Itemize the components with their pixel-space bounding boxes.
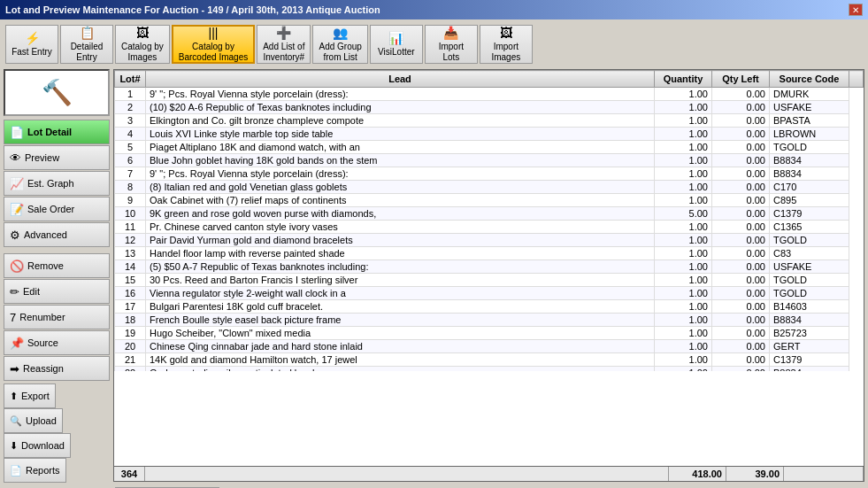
download-label: Download [21,440,65,451]
table-row[interactable]: 8 (8) Italian red and gold Venetian glas… [115,181,864,194]
table-row[interactable]: 12 Pair David Yurman gold and diamond br… [115,234,864,247]
add-group-toolbar-button[interactable]: 👥Add Groupfrom List [312,25,367,64]
cell-lead: Pair David Yurman gold and diamond brace… [146,234,655,247]
source-action-button[interactable]: 📌Source [4,330,110,355]
sale-order-icon: 📝 [10,203,24,216]
right-panel: Lot# Lead Quantity Qty Left Source Code … [113,69,864,488]
cell-lot: 1 [115,88,146,101]
catalog-barcoded-toolbar-button[interactable]: |||Catalog byBarcoded Images [172,25,255,64]
cell-qtyleft: 0.00 [712,287,770,300]
cell-lead: Chinese Qing cinnabar jade and hard ston… [146,340,655,353]
table-row[interactable]: 17 Bulgari Parentesi 18K gold cuff brace… [115,300,864,314]
table-row[interactable]: 20 Chinese Qing cinnabar jade and hard s… [115,340,864,353]
reassign-label: Reassign [23,363,64,374]
cell-qtyleft: 0.00 [712,194,770,207]
preview-label: Preview [25,152,59,163]
table-row[interactable]: 10 9K green and rose gold woven purse wi… [115,207,864,221]
cell-lot: 2 [115,101,146,114]
cell-qty: 1.00 [655,327,712,340]
cell-source: GERT [770,340,849,353]
cell-lead: 30 Pcs. Reed and Barton Francis I sterli… [146,274,655,287]
col-header-qtyleft: Qty Left [712,71,770,88]
cell-source: BPASTA [770,114,849,128]
table-row[interactable]: 5 Piaget Altiplano 18K and diamond watch… [115,141,864,154]
upload-bottom-button[interactable]: 🔍Upload [4,408,63,433]
renumber-label: Renumber [19,312,65,322]
import-lots-toolbar-button[interactable]: 📥ImportLots [425,25,478,64]
cell-lot: 7 [115,167,146,181]
table-row[interactable]: 13 Handel floor lamp with reverse painte… [115,247,864,260]
preview-nav-button[interactable]: 👁Preview [4,145,110,170]
cell-source: TGOLD [770,287,849,300]
remove-action-button[interactable]: 🚫Remove [4,253,110,278]
download-bottom-button[interactable]: ⬇Download [4,433,71,458]
cell-source: TGOLD [770,274,849,287]
cell-qty: 1.00 [655,101,712,114]
cell-lead: (5) $50 A-7 Republic of Texas banknotes … [146,260,655,274]
table-row[interactable]: 11 Pr. Chinese carved canton style ivory… [115,221,864,234]
table-row[interactable]: 21 14K gold and diamond Hamilton watch, … [115,353,864,367]
table-row[interactable]: 9 Oak Cabinet with (7) relief maps of co… [115,194,864,207]
cell-source: C1379 [770,207,849,221]
export-bottom-button[interactable]: ⬆Export [4,383,56,408]
detailed-entry-toolbar-button[interactable]: 📋DetailedEntry [60,25,113,64]
cell-qtyleft: 0.00 [712,234,770,247]
table-row[interactable]: 19 Hugo Scheiber, "Clown" mixed media 1.… [115,327,864,340]
advanced-nav-button[interactable]: ⚙Advanced [4,222,110,247]
footer-total-qty: 418.00 [669,467,726,481]
cell-source: LBROWN [770,128,849,141]
table-row[interactable]: 2 (10) $20 A-6 Republic of Texas banknot… [115,101,864,114]
lot-detail-nav-button[interactable]: 📄Lot Detail [4,120,110,144]
edit-action-button[interactable]: ✏Edit [4,279,110,304]
cell-lot: 11 [115,221,146,234]
window-title: Lot and Preview Maintenance For Auction … [5,4,380,15]
cell-source: C895 [770,194,849,207]
cell-lead: Vienna regulator style 2-weight wall clo… [146,287,655,300]
reassign-action-button[interactable]: ➡Reassign [4,356,110,381]
cell-source: C1379 [770,353,849,367]
table-row[interactable]: 7 9' "; Pcs. Royal Vienna style porcelai… [115,167,864,181]
cell-qtyleft: 0.00 [712,300,770,314]
add-list-toolbar-button[interactable]: ➕Add List ofInventory# [257,25,311,64]
fast-entry-toolbar-button[interactable]: ⚡Fast Entry [5,25,58,64]
edit-label: Edit [23,286,40,297]
cell-lot: 14 [115,260,146,274]
cell-lead: Handel floor lamp with reverse painted s… [146,247,655,260]
cell-lead: Pr. Chinese carved canton style ivory va… [146,221,655,234]
title-bar: Lot and Preview Maintenance For Auction … [0,0,868,19]
table-row[interactable]: 16 Vienna regulator style 2-weight wall … [115,287,864,300]
cell-lead: Piaget Altiplano 18K and diamond watch, … [146,141,655,154]
catalog-images-toolbar-button[interactable]: 🖼Catalog byImages [115,25,170,64]
cell-qtyleft: 0.00 [712,367,770,372]
cell-qty: 1.00 [655,260,712,274]
table-row[interactable]: 4 Louis XVI Linke style marble top side … [115,128,864,141]
import-images-toolbar-button[interactable]: 🖼ImportImages [480,25,533,64]
cell-qty: 1.00 [655,128,712,141]
cell-qtyleft: 0.00 [712,128,770,141]
cell-source: B8834 [770,367,849,372]
cell-lead: 9' "; Pcs. Royal Vienna style porcelain … [146,167,655,181]
cell-qty: 5.00 [655,207,712,221]
est-graph-nav-button[interactable]: 📈Est. Graph [4,171,110,196]
cell-lot: 10 [115,207,146,221]
close-button[interactable]: ✕ [849,4,863,16]
footer-total-qtyleft: 39.00 [726,467,784,481]
cell-lead: Elkington and Co. gilt bronze champleve … [146,114,655,128]
table-row[interactable]: 1 9' "; Pcs. Royal Vienna style porcelai… [115,88,864,101]
cell-qty: 1.00 [655,300,712,314]
cell-lead: 14K gold and diamond Hamilton watch, 17 … [146,353,655,367]
reports-bottom-button[interactable]: 📄Reports [4,458,66,483]
table-row[interactable]: 3 Elkington and Co. gilt bronze champlev… [115,114,864,128]
cell-source: B8834 [770,167,849,181]
table-row[interactable]: 6 Blue John goblet having 18K gold bands… [115,154,864,167]
table-row[interactable]: 14 (5) $50 A-7 Republic of Texas banknot… [115,260,864,274]
visilotter-toolbar-button[interactable]: 📊VisiLotter [370,25,423,64]
sale-order-nav-button[interactable]: 📝Sale Order [4,197,110,221]
cell-lot: 4 [115,128,146,141]
table-row[interactable]: 15 30 Pcs. Reed and Barton Francis I ste… [115,274,864,287]
table-scroll[interactable]: Lot# Lead Quantity Qty Left Source Code … [114,70,864,371]
table-row[interactable]: 22 Gorham sterling silver reticulated bo… [115,367,864,372]
cell-qtyleft: 0.00 [712,114,770,128]
table-row[interactable]: 18 French Boulle style easel back pictur… [115,314,864,327]
renumber-action-button[interactable]: 7Renumber [4,305,110,329]
